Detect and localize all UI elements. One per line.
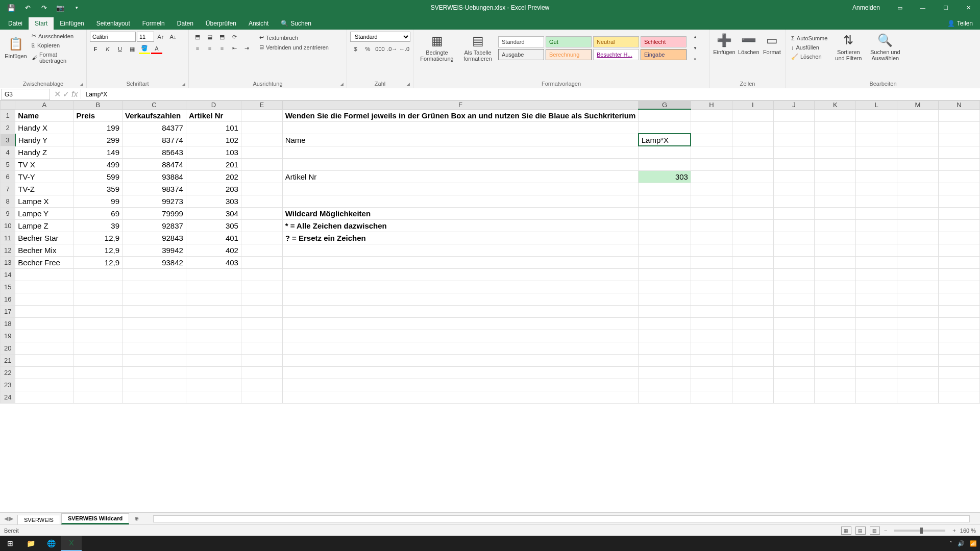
- align-bottom-icon[interactable]: ⬒: [216, 32, 228, 42]
- cell-K21[interactable]: [815, 354, 856, 366]
- minimize-icon[interactable]: —: [911, 0, 934, 15]
- cell-B4[interactable]: 149: [74, 146, 122, 158]
- cell-D3[interactable]: 102: [186, 134, 241, 146]
- cell-C6[interactable]: 93884: [122, 170, 186, 183]
- row-header-7[interactable]: 7: [1, 183, 15, 195]
- cell-L18[interactable]: [856, 317, 897, 330]
- cell-J8[interactable]: [773, 195, 815, 207]
- save-icon[interactable]: 💾: [4, 1, 18, 15]
- cell-J22[interactable]: [773, 366, 815, 379]
- cell-B1[interactable]: Preis: [74, 109, 122, 121]
- cell-A17[interactable]: [15, 305, 74, 317]
- cell-C17[interactable]: [122, 305, 186, 317]
- add-sheet-button[interactable]: ⊕: [130, 515, 143, 522]
- cell-J7[interactable]: [773, 183, 815, 195]
- cell-I23[interactable]: [732, 379, 773, 391]
- percent-icon[interactable]: %: [362, 44, 374, 54]
- cell-H6[interactable]: [691, 170, 732, 183]
- row-header-23[interactable]: 23: [1, 379, 15, 391]
- cell-N12[interactable]: [939, 244, 980, 256]
- row-header-5[interactable]: 5: [1, 158, 15, 170]
- cell-D22[interactable]: [186, 366, 241, 379]
- row-header-11[interactable]: 11: [1, 232, 15, 244]
- cell-K5[interactable]: [815, 158, 856, 170]
- cell-K6[interactable]: [815, 170, 856, 183]
- cell-H16[interactable]: [691, 293, 732, 305]
- row-header-24[interactable]: 24: [1, 391, 15, 403]
- autosum-button[interactable]: ΣAutoSumme: [789, 34, 829, 42]
- styles-more-icon[interactable]: ≡: [690, 54, 701, 64]
- cell-N10[interactable]: [939, 219, 980, 232]
- row-header-1[interactable]: 1: [1, 109, 15, 121]
- cut-button[interactable]: ✂Ausschneiden: [30, 32, 83, 40]
- cell-M11[interactable]: [897, 232, 938, 244]
- cell-I2[interactable]: [732, 121, 773, 134]
- cell-B18[interactable]: [74, 317, 122, 330]
- styles-up-icon[interactable]: ▲: [690, 32, 701, 42]
- bold-button[interactable]: F: [90, 44, 101, 54]
- style-eingabe[interactable]: Eingabe: [641, 49, 687, 60]
- start-button[interactable]: ⊞: [0, 536, 20, 551]
- cell-E21[interactable]: [241, 354, 282, 366]
- cell-K7[interactable]: [815, 183, 856, 195]
- cell-E7[interactable]: [241, 183, 282, 195]
- cell-G24[interactable]: [639, 391, 691, 403]
- cell-M2[interactable]: [897, 121, 938, 134]
- cell-G2[interactable]: [639, 121, 691, 134]
- cell-I9[interactable]: [732, 207, 773, 219]
- cell-L16[interactable]: [856, 293, 897, 305]
- cell-F3[interactable]: Name: [282, 134, 639, 146]
- cell-E24[interactable]: [241, 391, 282, 403]
- cell-E8[interactable]: [241, 195, 282, 207]
- cell-F20[interactable]: [282, 342, 639, 354]
- cell-J4[interactable]: [773, 146, 815, 158]
- cell-M3[interactable]: [897, 134, 938, 146]
- tab-datei[interactable]: Datei: [2, 17, 29, 30]
- cell-L9[interactable]: [856, 207, 897, 219]
- cell-N20[interactable]: [939, 342, 980, 354]
- cell-N6[interactable]: [939, 170, 980, 183]
- row-header-14[interactable]: 14: [1, 268, 15, 281]
- cell-D14[interactable]: [186, 268, 241, 281]
- cell-H15[interactable]: [691, 281, 732, 293]
- cell-B8[interactable]: 99: [74, 195, 122, 207]
- cell-I13[interactable]: [732, 256, 773, 268]
- cell-K8[interactable]: [815, 195, 856, 207]
- view-pagebreak-icon[interactable]: ▥: [870, 527, 880, 535]
- sheet-tab-0[interactable]: SVERWEIS: [17, 515, 60, 524]
- cell-I12[interactable]: [732, 244, 773, 256]
- cell-J10[interactable]: [773, 219, 815, 232]
- style-schlecht[interactable]: Schlecht: [641, 36, 687, 47]
- cell-K3[interactable]: [815, 134, 856, 146]
- cell-J9[interactable]: [773, 207, 815, 219]
- zoom-level[interactable]: 160 %: [960, 528, 976, 534]
- undo-icon[interactable]: ↶: [20, 1, 35, 15]
- cell-E2[interactable]: [241, 121, 282, 134]
- cell-G22[interactable]: [639, 366, 691, 379]
- cell-C22[interactable]: [122, 366, 186, 379]
- cell-I5[interactable]: [732, 158, 773, 170]
- fill-button[interactable]: ↓Ausfüllen: [789, 43, 829, 52]
- format-as-table-button[interactable]: ▤Als Tabelle formatieren: [458, 32, 497, 64]
- cell-K20[interactable]: [815, 342, 856, 354]
- cell-M19[interactable]: [897, 330, 938, 342]
- cell-A24[interactable]: [15, 391, 74, 403]
- row-header-22[interactable]: 22: [1, 366, 15, 379]
- cell-K10[interactable]: [815, 219, 856, 232]
- view-pagelayout-icon[interactable]: ▤: [855, 527, 866, 535]
- cell-L17[interactable]: [856, 305, 897, 317]
- cell-A15[interactable]: [15, 281, 74, 293]
- cell-D17[interactable]: [186, 305, 241, 317]
- cell-A5[interactable]: TV X: [15, 158, 74, 170]
- accept-formula-icon[interactable]: ✓: [63, 89, 69, 99]
- cell-L14[interactable]: [856, 268, 897, 281]
- cell-B15[interactable]: [74, 281, 122, 293]
- cell-B21[interactable]: [74, 354, 122, 366]
- cell-F18[interactable]: [282, 317, 639, 330]
- cell-H9[interactable]: [691, 207, 732, 219]
- cell-A1[interactable]: Name: [15, 109, 74, 121]
- cell-M4[interactable]: [897, 146, 938, 158]
- fill-color-button[interactable]: 🪣: [139, 44, 150, 54]
- cell-D9[interactable]: 304: [186, 207, 241, 219]
- cell-N7[interactable]: [939, 183, 980, 195]
